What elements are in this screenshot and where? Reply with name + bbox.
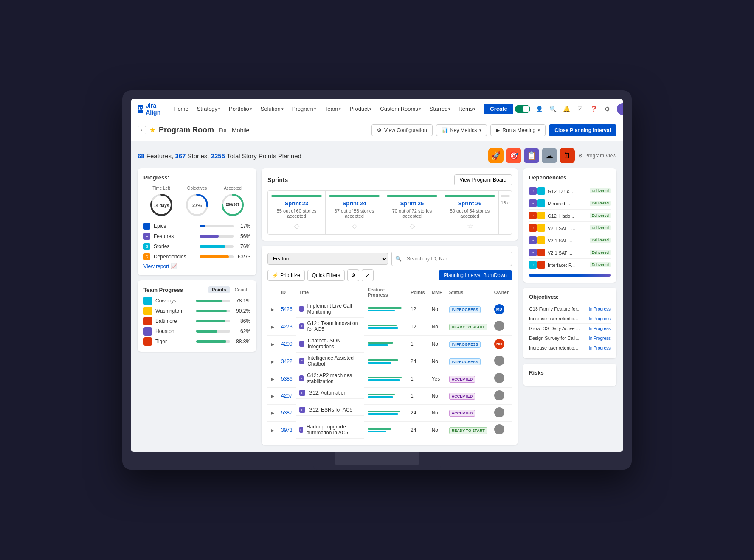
nav-starred[interactable]: Starred ▾ [426, 104, 454, 114]
sprint-23-icon[interactable]: ◇ [271, 222, 322, 230]
dependencies-progress: D Dependencies 63/73 [143, 253, 250, 260]
row-expand-icon[interactable]: ▶ [271, 307, 274, 312]
row-expand-icon[interactable]: ▶ [271, 359, 274, 364]
feature-id[interactable]: 5426 [281, 306, 293, 312]
sprints-title: Sprints [267, 176, 288, 183]
feature-mmf: No [428, 300, 446, 318]
settings-icon[interactable]: ⚙ [603, 105, 612, 113]
feature-points: 24 [407, 404, 428, 421]
search-icon[interactable]: 🔍 [549, 105, 557, 113]
settings-filter-button[interactable]: ⚙ [347, 269, 359, 281]
user-icon[interactable]: 👤 [535, 105, 544, 113]
nav-program[interactable]: Program ▾ [289, 104, 320, 114]
team-cowboys: Cowboys 78.1% [143, 297, 250, 305]
icon-btn-3[interactable]: 📋 [524, 148, 539, 163]
dep-from-icon: → [529, 261, 537, 269]
row-expand-icon[interactable]: ▶ [271, 325, 274, 329]
nav-custom-rooms[interactable]: Custom Rooms ▾ [377, 104, 425, 114]
row-expand-icon[interactable]: ▶ [271, 411, 274, 415]
view-report-link[interactable]: View report 📈 [143, 263, 250, 269]
feature-id[interactable]: 4207 [281, 393, 293, 399]
feature-id[interactable]: 3422 [281, 358, 293, 364]
icon-btn-5[interactable]: 🗓 [560, 148, 575, 163]
nav-solution[interactable]: Solution ▾ [257, 104, 287, 114]
help-icon[interactable]: ❓ [590, 105, 598, 113]
feature-id[interactable]: 5387 [281, 410, 293, 416]
sprint-24-icon[interactable]: ◇ [329, 222, 380, 230]
row-expand-icon[interactable]: ▶ [271, 428, 274, 433]
row-expand-icon[interactable]: ▶ [271, 377, 274, 381]
star-icon[interactable]: ★ [149, 126, 155, 134]
close-interval-button[interactable]: Close Planning Interval [549, 124, 616, 136]
view-icon: ⚙ [578, 153, 583, 159]
nav-team[interactable]: Team ▾ [321, 104, 345, 114]
prioritize-button[interactable]: ⚡ Prioritize [267, 270, 305, 281]
left-panel: Progress: Time Left 14 days [138, 168, 256, 445]
feature-id[interactable]: 5386 [281, 376, 293, 382]
col-title[interactable]: Title [296, 285, 365, 300]
quick-filters-button[interactable]: Quick Filters [307, 270, 345, 281]
sprint-25-icon[interactable]: ◇ [387, 222, 437, 230]
feature-mmf: No [428, 421, 446, 439]
owner-avatar [494, 390, 504, 400]
view-config-button[interactable]: ⚙ View Configuration [371, 124, 433, 136]
row-expand-icon[interactable]: ▶ [271, 342, 274, 347]
feature-mmf: Yes [428, 370, 446, 387]
nav-strategy[interactable]: Strategy ▾ [194, 104, 224, 114]
col-progress[interactable]: Feature Progress [364, 285, 407, 300]
col-mmf[interactable]: MMF [428, 285, 446, 300]
status-badge: ACCEPTED [449, 410, 475, 417]
dependencies-list: → G12: DB c... Delivered → Mirrored ... … [529, 185, 611, 271]
col-owner[interactable]: Owner [491, 285, 512, 300]
run-meeting-button[interactable]: ▶ Run a Meeting ▾ [490, 124, 546, 136]
collapse-button[interactable]: ‹ [138, 126, 146, 134]
icon-btn-4[interactable]: ☁ [542, 148, 557, 163]
svg-text:280/367: 280/367 [226, 202, 240, 207]
nav-product[interactable]: Product ▾ [346, 104, 375, 114]
nav-logo[interactable]: JA Jira Align [138, 102, 163, 116]
expand-button[interactable]: ⤢ [362, 269, 374, 281]
search-input[interactable] [403, 254, 508, 264]
right-panel: Dependencies → G12: DB c... Delivered → … [523, 168, 616, 445]
nav-items[interactable]: Items ▾ [456, 104, 479, 114]
avatar[interactable] [617, 103, 623, 115]
view-label[interactable]: ⚙ Program View [578, 153, 616, 159]
col-points[interactable]: Points [407, 285, 428, 300]
washington-icon [143, 307, 152, 315]
burndown-button[interactable]: Planning Interval BurnDown [439, 270, 512, 280]
baltimore-icon [143, 317, 152, 325]
owner-avatar: MD [494, 304, 504, 314]
feature-id[interactable]: 3973 [281, 427, 293, 433]
toggle-switch[interactable] [515, 105, 530, 113]
row-expand-icon[interactable]: ▶ [271, 394, 274, 398]
dep-label: V2.1 SAT - ... [548, 226, 575, 231]
feature-progress-bars [368, 307, 402, 311]
create-button[interactable]: Create [484, 104, 513, 114]
tab-count[interactable]: Count [231, 286, 250, 293]
tab-points[interactable]: Points [208, 286, 230, 293]
checkbox-icon[interactable]: ☑ [576, 105, 585, 113]
sprint-26-icon[interactable]: ☆ [445, 222, 495, 230]
view-board-button[interactable]: View Program Board [454, 174, 512, 185]
nav-home[interactable]: Home [170, 104, 192, 114]
summary-text: 68 Features, 367 Stories, 2255 Total Sto… [138, 152, 301, 160]
sprint-25: Sprint 25 70 out of 72 stories accepted … [383, 191, 441, 234]
bell-icon[interactable]: 🔔 [563, 105, 571, 113]
dep-label-wrap: V2.1 SAT ... [548, 236, 587, 244]
dep-icons: → [529, 249, 545, 256]
dep-to-icon [537, 261, 545, 269]
dep-status-wrap: Delivered [590, 213, 611, 218]
cowboys-icon [143, 297, 152, 305]
icon-btn-2[interactable]: 🎯 [506, 148, 521, 163]
feature-progress-bars [368, 325, 402, 329]
feature-select[interactable]: Feature [267, 253, 388, 265]
feature-id[interactable]: 4273 [281, 324, 293, 330]
col-id[interactable]: ID [278, 285, 296, 300]
nav-portfolio[interactable]: Portfolio ▾ [225, 104, 256, 114]
col-status[interactable]: Status [446, 285, 491, 300]
key-metrics-button[interactable]: 📊 Key Metrics ▾ [436, 124, 487, 136]
progress-circles: Time Left 14 days Objectives [143, 186, 250, 218]
feature-id[interactable]: 4209 [281, 341, 293, 347]
icon-btn-1[interactable]: 🚀 [488, 148, 504, 163]
subheader-actions: ⚙ View Configuration 📊 Key Metrics ▾ ▶ R… [371, 124, 616, 136]
